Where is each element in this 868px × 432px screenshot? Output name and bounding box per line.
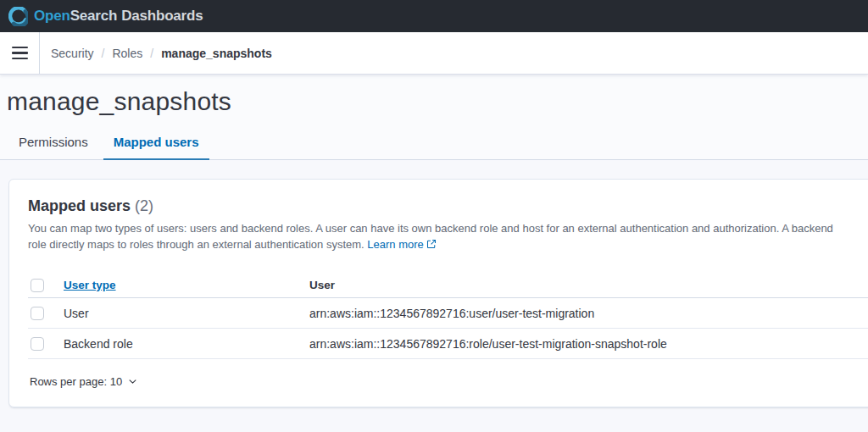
- brand-search: Search: [70, 8, 118, 24]
- mapped-users-table: User type User User arn:aws:iam::1234567…: [28, 273, 868, 359]
- learn-more-label: Learn more: [367, 238, 423, 251]
- breadcrumb: Security / Roles / manage_snapshots: [51, 47, 272, 60]
- cell-user: arn:aws:iam::1234567892716:role/user-tes…: [309, 337, 868, 351]
- breadcrumb-separator: /: [150, 47, 153, 60]
- cell-user: arn:aws:iam::1234567892716:user/user-tes…: [309, 307, 868, 320]
- opensearch-logo-icon: [8, 7, 28, 26]
- tab-mapped-users[interactable]: Mapped users: [103, 126, 209, 160]
- page-title: manage_snapshots: [0, 75, 868, 116]
- tab-bar: Permissions Mapped users: [0, 126, 868, 160]
- hamburger-menu-icon: [12, 47, 28, 60]
- brand-dashboards: Dashboards: [121, 8, 203, 24]
- menu-button[interactable]: [0, 32, 39, 74]
- brand-open: Open: [34, 8, 70, 24]
- user-type-sort-link[interactable]: User type: [64, 279, 116, 291]
- select-all-checkbox[interactable]: [31, 279, 44, 292]
- page-body: Mapped users (2) You can map two types o…: [0, 160, 868, 407]
- learn-more-link[interactable]: Learn more: [367, 238, 436, 251]
- table-row: Backend role arn:aws:iam::1234567892716:…: [28, 329, 868, 359]
- app-header: OpenSearchDashboards: [0, 0, 868, 32]
- breadcrumb-separator: /: [102, 47, 105, 60]
- row-checkbox-cell: [28, 337, 64, 351]
- cell-user-type: Backend role: [64, 337, 309, 351]
- header-user: User: [309, 279, 868, 291]
- table-row: User arn:aws:iam::1234567892716:user/use…: [28, 298, 868, 329]
- breadcrumb-security[interactable]: Security: [51, 47, 94, 60]
- chevron-down-icon: [128, 377, 137, 386]
- header-checkbox-cell: [28, 279, 64, 292]
- nav-divider: [39, 32, 40, 74]
- external-link-icon: [426, 239, 437, 249]
- panel-description: You can map two types of users: users an…: [28, 221, 849, 252]
- tab-permissions[interactable]: Permissions: [8, 126, 98, 160]
- breadcrumb-bar: Security / Roles / manage_snapshots: [0, 32, 868, 75]
- panel-title: Mapped users (2): [28, 197, 868, 215]
- table-pagination: Rows per page: 10: [28, 372, 868, 391]
- row-checkbox[interactable]: [31, 337, 44, 351]
- cell-user-type: User: [64, 307, 309, 320]
- rows-per-page-button[interactable]: Rows per page: 10: [28, 372, 139, 391]
- table-header-row: User type User: [28, 273, 868, 298]
- row-checkbox-cell: [28, 307, 64, 320]
- page-header-section: manage_snapshots Permissions Mapped user…: [0, 75, 868, 160]
- header-user-type: User type: [64, 279, 309, 291]
- mapped-users-panel: Mapped users (2) You can map two types o…: [8, 179, 868, 407]
- breadcrumb-roles[interactable]: Roles: [112, 47, 142, 60]
- brand-title: OpenSearchDashboards: [34, 8, 203, 25]
- panel-title-text: Mapped users: [28, 197, 131, 214]
- rows-per-page-label: Rows per page: 10: [30, 375, 122, 388]
- row-checkbox[interactable]: [31, 307, 44, 320]
- panel-count: (2): [135, 197, 153, 214]
- breadcrumb-current-page: manage_snapshots: [161, 47, 272, 60]
